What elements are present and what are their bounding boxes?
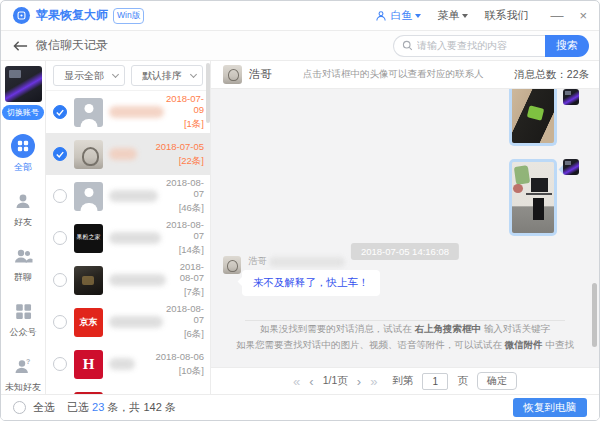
row-checkbox[interactable] [53,357,67,371]
grid-icon [11,134,35,158]
conversation-row[interactable]: 京东 2018-08-07 [6条] [46,301,210,343]
contact-avatar [223,65,242,84]
conversation-date: 2018-08-06 [155,351,204,362]
search-input[interactable] [417,40,527,51]
close-button[interactable]: × [579,9,587,22]
sidebar-item-label: 未知好友 [5,381,41,394]
list-scrollbar[interactable] [206,63,210,123]
search-hint-line: 如果没找到需要的对话消息，试试在 右上角搜索框中 输入对话关键字 [211,323,599,336]
menu-label: 菜单 [437,8,459,23]
dropdown-value: 显示全部 [64,69,104,83]
hint-text: 如果您需要查找对话中的图片、视频、语音等附件，可以试试在 [236,339,505,350]
sender-avatar[interactable] [563,159,579,175]
sidebar-item-all[interactable]: 全部 [1,134,45,174]
page-unit-label: 页 [457,374,468,388]
app-title: 苹果恢复大师 [36,7,108,24]
conversation-row[interactable]: 2018-08-06 [46,385,210,394]
group-icon [11,244,35,268]
blurred-contact-name [109,232,161,244]
select-all-label[interactable]: 全选 [33,400,55,415]
outgoing-image-message[interactable] [509,159,557,236]
image-thumbnail [512,89,554,143]
first-page-button[interactable]: « [293,375,300,388]
confirm-page-button[interactable]: 确定 [477,372,517,390]
category-sidebar: 切换账号 全部 好友 群聊 [1,61,46,394]
dropdown-value: 默认排序 [142,69,182,83]
select-all-radio[interactable] [13,401,26,414]
switch-account-button[interactable]: 切换账号 [2,105,44,120]
app-logo-icon [13,7,30,24]
contact-name: 浩哥 [249,67,272,82]
hint-text: 输入对话关键字 [481,323,550,334]
goto-label: 到第 [392,374,413,388]
contact-avatar[interactable] [223,256,241,274]
blurred-contact-name [109,148,137,160]
chevron-down-icon [112,71,119,78]
row-checkbox[interactable] [53,189,67,203]
page-title: 微信聊天记录 [36,37,108,54]
conversation-row[interactable]: 果粉之家 2018-08-07 [14条] [46,217,210,259]
pagination-bar: « ‹ 1/1页 › » 到第 页 确定 [211,367,599,394]
chevron-down-icon [190,71,197,78]
sidebar-item-friends[interactable]: 好友 [1,189,45,229]
image-thumbnail [512,162,554,233]
hint-text: 中查找 [543,339,574,350]
row-checkbox[interactable] [53,105,67,119]
page-number-input[interactable] [422,373,448,390]
svg-text:?: ? [26,358,30,365]
conversation-row[interactable]: H 2018-08-06 [10条] [46,343,210,385]
app-window: 苹果恢复大师 Win版 白鱼 菜单 联系我们 — × 微信聊天记录 [0,0,600,421]
row-checkbox[interactable] [53,231,67,245]
sidebar-item-official-accounts[interactable]: 公众号 [1,299,45,339]
conversation-row[interactable]: 2018-07-05 [22条] [46,133,210,175]
last-page-button[interactable]: » [370,375,377,388]
sidebar-item-label: 好友 [14,216,32,229]
next-page-button[interactable]: › [357,375,361,388]
restore-to-computer-button[interactable]: 恢复到电脑 [513,398,588,417]
sidebar-item-unknown-friends[interactable]: ? 未知好友 [1,354,45,394]
row-checkbox[interactable] [53,273,67,287]
page-indicator: 1/1页 [323,374,348,388]
sidebar-item-label: 公众号 [10,326,37,339]
outgoing-image-message[interactable] [509,89,557,146]
conversation-row[interactable]: 2018-07-09 [1条] [46,91,210,133]
conversation-date: 2018-08-07 [163,303,204,325]
hint-text: 如果没找到需要的对话消息，试试在 [260,323,415,334]
sort-dropdown[interactable]: 默认排序 [131,65,203,86]
conversation-date: 2018-08-07 [158,177,204,199]
chat-scrollbar[interactable] [592,283,597,347]
sidebar-item-groups[interactable]: 群聊 [1,244,45,284]
attachment-hint-line: 如果您需要查找对话中的图片、视频、语音等附件，可以试试在 微信附件 中查找 [211,339,599,352]
message-total: 消息总数：22条 [514,68,589,82]
contact-us-button[interactable]: 联系我们 [484,8,528,23]
message-count: [22条] [155,155,204,168]
show-filter-dropdown[interactable]: 显示全部 [53,65,125,86]
message-count: [14条] [161,244,204,257]
menu-button[interactable]: 菜单 [437,8,468,23]
total-count: 142 [143,401,161,413]
grid-icon [11,299,35,323]
conversation-date: 2018-07-05 [155,141,204,152]
row-checkbox[interactable] [53,315,67,329]
sender-avatar[interactable] [563,89,579,105]
conversation-row[interactable]: 2018-08-07 [7条] [46,259,210,301]
toolbar: 微信聊天记录 搜索 [1,31,599,61]
divider [245,320,565,321]
sidebar-item-label: 全部 [14,161,32,174]
header-hint: 点击对话框中的头像可以查看对应的联系人 [279,68,507,81]
chat-panel: 浩哥 点击对话框中的头像可以查看对应的联系人 消息总数：22条 [211,61,599,394]
search-button[interactable]: 搜索 [545,35,589,57]
timestamp-badge: 2018-07-05 14:16:08 [351,243,459,260]
conversation-row[interactable]: 2018-08-07 [46条] [46,175,210,217]
edition-badge: Win版 [113,8,144,24]
search-box [393,35,545,57]
account-avatar[interactable] [5,66,42,102]
row-checkbox[interactable] [53,147,67,161]
hint-bold: 右上角搜索框中 [415,323,482,334]
prev-page-button[interactable]: ‹ [309,375,313,388]
selection-status: 已选 23 条，共 142 条 [67,400,176,415]
user-menu[interactable]: 白鱼 [375,8,421,23]
chevron-down-icon [462,14,468,18]
minimize-button[interactable]: — [550,9,563,22]
back-arrow-icon[interactable] [13,40,28,52]
